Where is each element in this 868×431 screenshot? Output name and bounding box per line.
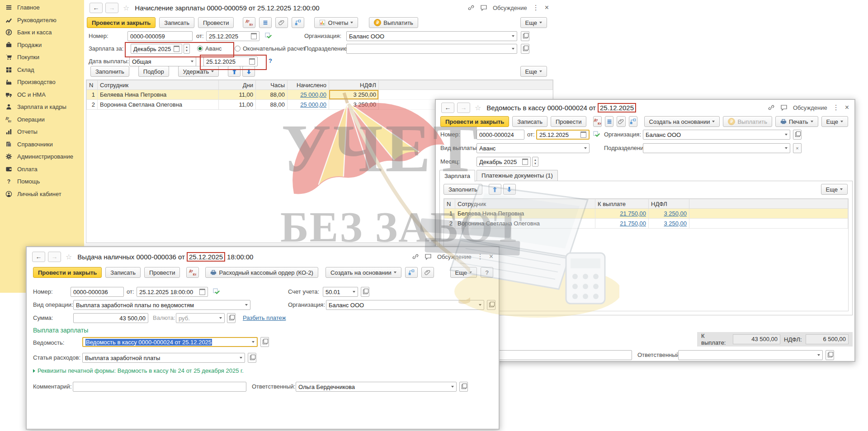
dropdown-icon[interactable] — [240, 357, 242, 359]
more-button[interactable]: Еще — [520, 66, 547, 77]
salary-period-field[interactable]: Декабрь 2025 — [131, 44, 182, 54]
more-button[interactable]: Еще — [821, 184, 848, 195]
organization-field[interactable]: Баланс ООО — [346, 31, 517, 41]
accrued-link[interactable]: 25 000,00 — [300, 101, 326, 108]
menu-dots-icon[interactable]: ⋮ — [533, 4, 539, 12]
set-current-time-icon[interactable] — [265, 33, 272, 40]
close-icon[interactable]: × — [845, 103, 849, 112]
date-field[interactable]: 25.12.2025 — [206, 31, 259, 41]
open-button[interactable] — [826, 350, 834, 360]
sidebar-item-salary-hr[interactable]: Зарплата и кадры — [0, 101, 84, 113]
move-up-button[interactable] — [489, 184, 501, 195]
favorite-star-icon[interactable]: ☆ — [66, 253, 72, 261]
dropdown-icon[interactable] — [252, 341, 255, 343]
dropdown-icon[interactable] — [245, 304, 248, 306]
calendar-icon[interactable] — [251, 33, 257, 39]
print-button[interactable]: Печать — [775, 116, 818, 127]
favorite-star-icon[interactable]: ☆ — [123, 4, 129, 12]
sidebar-item-manager[interactable]: Руководителю — [0, 14, 84, 27]
currency-field[interactable]: руб. — [176, 313, 225, 323]
sidebar-item-production[interactable]: Производство — [0, 76, 84, 89]
dropdown-icon[interactable] — [817, 354, 820, 356]
register-list-button[interactable] — [605, 116, 613, 127]
help-icon[interactable]: ? — [269, 57, 272, 64]
sidebar-item-bank-cash[interactable]: ₽ Банк и касса — [0, 26, 84, 39]
post-button[interactable]: Провести — [144, 267, 180, 278]
calendar-icon[interactable] — [249, 58, 255, 65]
month-spinner[interactable]: ▲▼ — [532, 157, 538, 167]
sum-field[interactable]: 43 500,00 — [73, 313, 148, 323]
menu-dots-icon[interactable]: ⋮ — [833, 103, 840, 112]
ko2-print-button[interactable]: Расходный кассовый ордер (КО-2) — [205, 267, 318, 278]
attachment-button[interactable] — [275, 17, 288, 28]
table-row[interactable]: 1 Беляева Нина Петровна 21 750,00 3 250,… — [444, 209, 848, 219]
sidebar-item-directories[interactable]: Справочники — [0, 138, 84, 151]
number-field[interactable]: 0000-000036 — [71, 287, 124, 297]
calendar-icon[interactable] — [174, 46, 179, 52]
forward-button[interactable]: → — [457, 103, 470, 113]
date-field[interactable]: 25.12.2025 — [536, 130, 590, 140]
back-button[interactable]: ← — [32, 252, 45, 262]
sidebar-item-fixed-assets[interactable]: ОС и НМА — [0, 89, 84, 101]
responsible-field[interactable]: Ольга Бердечникова — [296, 382, 457, 392]
post-close-button[interactable]: Провести и закрыть — [33, 267, 102, 278]
discussion-label[interactable]: Обсуждение — [437, 253, 472, 260]
table-row[interactable]: 2 Воронина Светлана Олеговна 21 750,00 3… — [444, 219, 848, 229]
pay-date-mode-field[interactable]: Общая — [129, 56, 196, 66]
dropdown-icon[interactable] — [785, 147, 788, 149]
set-current-time-icon[interactable] — [213, 288, 220, 295]
move-down-button[interactable] — [242, 66, 255, 77]
comment-field[interactable] — [73, 382, 246, 392]
create-from-button[interactable]: Создать на основании — [326, 267, 401, 278]
sidebar-item-purchases[interactable]: Покупки — [0, 51, 84, 64]
division-field[interactable] — [643, 143, 790, 153]
division-field[interactable] — [346, 44, 517, 54]
pay-sheet-field[interactable]: Ведомость в кассу 0000-000024 от 25.12.2… — [82, 337, 258, 347]
favorite-star-icon[interactable]: ☆ — [475, 103, 481, 112]
dropdown-icon[interactable] — [451, 386, 454, 388]
pay-button[interactable]: ₽Выплатить — [369, 17, 418, 28]
split-payment-link[interactable]: Разбить платеж — [243, 314, 286, 321]
table-row[interactable]: 1 Беляева Нина Петровна 11,00 88,00 25 0… — [87, 90, 553, 100]
period-spinner[interactable]: ▲▼ — [184, 44, 190, 54]
dropdown-icon[interactable] — [191, 61, 193, 62]
fill-button[interactable]: Заполнить — [90, 66, 129, 77]
ndfl-link[interactable]: 3 250,00 — [664, 220, 687, 227]
link-icon[interactable] — [467, 4, 475, 11]
more-button[interactable]: Еще — [520, 17, 547, 28]
open-button[interactable] — [248, 353, 256, 363]
more-button[interactable]: Еще — [450, 267, 477, 278]
dropdown-icon[interactable] — [785, 134, 788, 136]
more-button[interactable]: Еще — [821, 116, 848, 127]
reports-button[interactable]: Отчеты — [314, 17, 358, 28]
pay-date-field[interactable]: 25.12.2025 — [203, 56, 258, 66]
open-button[interactable] — [521, 44, 529, 54]
calendar-icon[interactable] — [580, 131, 586, 138]
accrued-link[interactable]: 25 000,00 — [300, 91, 326, 98]
sidebar-item-warehouse[interactable]: Склад — [0, 64, 84, 76]
fill-button[interactable]: Заполнить — [443, 184, 482, 195]
attachment-button[interactable] — [617, 116, 625, 127]
calendar-icon[interactable] — [199, 289, 205, 295]
number-field[interactable]: 0000-000059 — [127, 31, 193, 41]
account-field[interactable]: 50.01 — [323, 287, 358, 297]
sidebar-item-main[interactable]: Главное — [0, 1, 84, 14]
attachment-button[interactable] — [421, 267, 434, 278]
open-button[interactable] — [487, 300, 495, 310]
back-button[interactable]: ← — [441, 103, 454, 113]
print-form-props-link[interactable]: Реквизиты печатной формы: Ведомость в ка… — [33, 367, 244, 374]
help-button[interactable]: ? — [481, 267, 493, 278]
organization-field[interactable]: Баланс ООО — [643, 130, 790, 140]
forward-button[interactable]: → — [48, 252, 61, 262]
dropdown-icon[interactable] — [479, 304, 481, 306]
sidebar-item-personal-account[interactable]: Личный кабинет — [0, 188, 84, 201]
organization-field[interactable]: Баланс ООО — [326, 300, 484, 310]
withhold-button[interactable]: Удержать — [178, 66, 219, 77]
post-button[interactable]: Провести — [198, 17, 234, 28]
month-field[interactable]: Декабрь 2025 — [476, 157, 531, 167]
sidebar-item-reports[interactable]: Отчеты — [0, 126, 84, 138]
create-from-button[interactable]: Создать на основании — [644, 116, 720, 127]
post-close-button[interactable]: Провести и закрыть — [87, 17, 156, 28]
open-button[interactable] — [521, 31, 529, 41]
related-documents-button[interactable] — [405, 267, 418, 278]
